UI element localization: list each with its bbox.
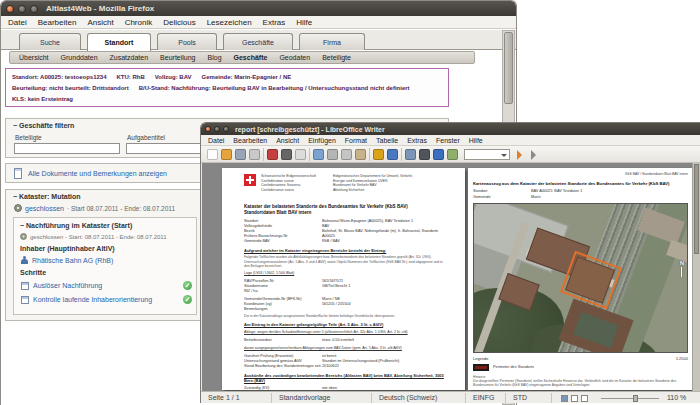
inhaber-link[interactable]: Rhätische Bahn AG (RhB) [32,257,113,264]
form-block: RAV/Parzellen-Nr565/567/571StandortnameG… [244,279,447,294]
redo-icon[interactable] [387,149,398,160]
firefox-titlebar[interactable]: Altlast4Web - Mozilla Firefox [1,1,516,16]
zoom-slider-knob[interactable] [633,395,638,402]
menu-item[interactable]: Fenster [436,137,460,144]
minimize-icon[interactable] [18,5,26,13]
undo-icon[interactable] [373,149,384,160]
new-document-icon[interactable] [207,149,218,160]
field-value: Marin [531,195,688,200]
navigator-icon[interactable] [433,149,444,160]
nachfuehrung-panel: − Nachführung im Kataster (Start) geschl… [13,217,197,315]
menu-item[interactable]: Format [345,137,367,144]
prev-page-icon[interactable] [531,150,541,160]
writer-titlebar[interactable]: report [schreibgeschützt] - LibreOffice … [201,123,700,135]
subnav-zusatzdaten[interactable]: Zusatzdaten [110,54,149,61]
subnav-geschaefte[interactable]: Geschäfte [234,54,268,61]
form-row: Stand Bearbeitung des Standorteintrages … [244,364,447,369]
spelling-icon[interactable] [313,149,324,160]
subnav-blog[interactable]: Blog [208,54,222,61]
email-icon[interactable] [249,149,260,160]
export-pdf-icon[interactable] [267,149,278,160]
field-label: Betriebsstandort [244,338,322,343]
tab-pools[interactable]: Pools [157,33,217,50]
page-preview-icon[interactable] [295,149,306,160]
document-page-1: Schweizerische EidgenossenschaftConfédér… [222,168,465,390]
collapse-icon[interactable]: − [13,193,17,200]
status-language[interactable]: Deutsch (Schweiz) [379,394,437,401]
menu-item[interactable]: Ansicht [87,18,113,27]
print-icon[interactable] [281,149,292,160]
find-icon[interactable] [419,149,430,160]
field-value [322,289,447,294]
step-row: Kontrolle laufende Inhaberorientierung ✓ [21,294,192,305]
tab-firma[interactable]: Firma [299,33,365,50]
cut-icon[interactable] [327,149,338,160]
zoom-combo[interactable] [464,149,510,160]
step-kontrolle-link[interactable]: Kontrolle laufende Inhaberorientierung [33,296,179,303]
close-icon[interactable] [205,126,211,132]
firefox-menubar: DateiBearbeitenAnsichtChronikDeliciousLe… [1,16,516,29]
step-ausloeser-link[interactable]: Auslöser Nachführung [33,282,179,289]
subnav-geodaten[interactable]: Geodaten [279,54,310,61]
copy-icon[interactable] [341,149,352,160]
menu-item[interactable]: Extras [407,137,427,144]
single-page-view-icon[interactable] [561,395,568,402]
subnav-beurteilung[interactable]: Beurteilung [160,54,195,61]
menu-item[interactable]: Hilfe [296,18,312,27]
header-line: Confederaziun svizra [261,188,316,193]
status-zoom-level[interactable]: 110 % [667,394,686,401]
inhaber-label: Inhaber (Hauptinhaber AltlV) [20,245,115,252]
form-row: Gemeinde BAVRhB / BAV [244,239,447,244]
filter-header[interactable]: − Geschäfte filtern [13,122,74,129]
geschlossen-link[interactable]: geschlossen [25,205,64,212]
beteiligte-input[interactable] [14,143,120,154]
zoom-slider[interactable] [601,398,659,399]
tab-suche[interactable]: Suche [19,33,81,50]
maximize-icon[interactable] [223,126,229,132]
kataster-header[interactable]: − Kataster: Mutation [13,193,81,200]
field-label: Gemeinde [473,195,531,200]
collapse-icon[interactable]: − [13,122,17,129]
gallery-icon[interactable] [447,149,458,160]
close-icon[interactable] [6,5,14,13]
subnav-grunddaten[interactable]: Grunddaten [61,54,98,61]
status-page-style[interactable]: Standardvorlage [279,394,330,401]
maximize-icon[interactable] [30,5,38,13]
table-icon[interactable] [405,149,416,160]
menu-item[interactable]: Ansicht [276,137,299,144]
tab-geschaefte[interactable]: Geschäfte [223,33,293,50]
all-documents-link[interactable]: Alle Dokumente und Bemerkungen anzeigen [28,170,167,177]
menu-item[interactable]: Bearbeiten [233,137,267,144]
collapse-icon[interactable]: − [20,222,24,229]
nachfuehrung-status-text: geschlossen - Start: 08.07.2011 - Ende: … [30,234,167,240]
status-insert-mode[interactable]: EINFG [473,394,494,401]
field-label: INZ / ha [244,289,322,294]
tab-standort[interactable]: Standort [87,33,151,51]
subnav-uebersicht[interactable]: Übersicht [19,54,49,61]
menu-item[interactable]: Einfügen [308,137,336,144]
menu-item[interactable]: Hilfe [469,137,483,144]
paragraph: Die in der Katasterablage ausgewiesene S… [244,314,447,318]
next-page-icon[interactable] [517,150,527,160]
book-view-icon[interactable] [581,395,588,402]
menu-item[interactable]: Datei [208,137,224,144]
save-icon[interactable] [235,149,246,160]
form-block: Zuständig (KV)wie obenFür/Mit Bearbeitun… [244,386,447,390]
nachfuehrung-header[interactable]: − Nachführung im Kataster (Start) [20,222,132,229]
paste-icon[interactable] [355,149,366,160]
scrollbar-thumb[interactable] [694,164,699,254]
vertical-scrollbar[interactable] [692,163,700,391]
menu-item[interactable]: Bearbeiten [38,18,77,27]
scrollbar-thumb[interactable] [504,32,513,104]
menu-item[interactable]: Extras [263,18,286,27]
menu-item[interactable]: Datei [8,18,27,27]
open-icon[interactable] [221,149,232,160]
menu-item[interactable]: Lesezeichen [207,18,252,27]
subnav-beteiligte[interactable]: Beteiligte [322,54,351,61]
menu-item[interactable]: Delicious [163,18,195,27]
multi-page-view-icon[interactable] [571,395,578,402]
menu-item[interactable]: Tabelle [376,137,398,144]
minimize-icon[interactable] [214,126,220,132]
menu-item[interactable]: Chronik [125,18,153,27]
status-selection-mode[interactable]: STD [513,394,527,401]
